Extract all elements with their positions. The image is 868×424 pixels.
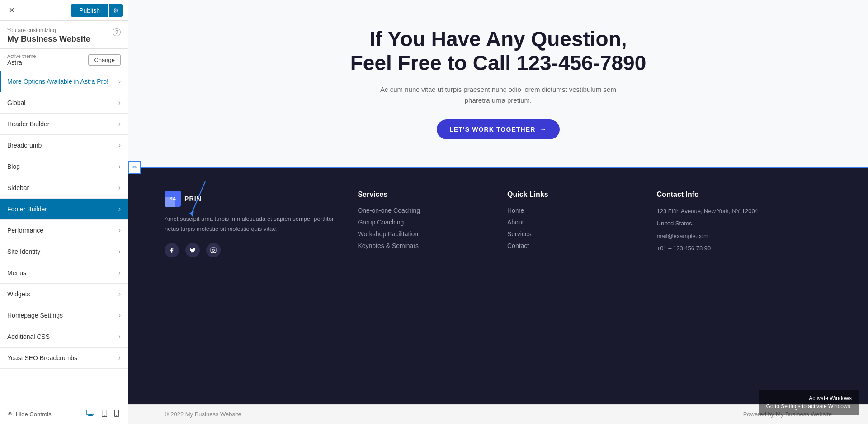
nav-item-yoast-seo-breadcrumbs[interactable]: Yoast SEO Breadcrumbs› xyxy=(0,348,128,369)
top-bar: × Publish ⚙ xyxy=(0,0,128,21)
nav-item-global[interactable]: Global› xyxy=(0,92,128,114)
svg-point-6 xyxy=(116,415,117,416)
nav-item-breadcrumb[interactable]: Breadcrumb› xyxy=(0,135,128,156)
footer-link-about[interactable]: About xyxy=(507,219,639,226)
footer-edit-indicator[interactable]: ✏ xyxy=(128,161,141,174)
eye-icon: 👁 xyxy=(7,411,13,418)
nav-item-menus[interactable]: Menus› xyxy=(0,262,128,284)
nav-label: Global xyxy=(7,99,118,106)
chevron-right-icon: › xyxy=(118,311,121,319)
bottom-controls: 👁 Hide Controls xyxy=(0,404,128,424)
chevron-right-icon: › xyxy=(118,248,121,256)
chevron-right-icon: › xyxy=(118,120,121,128)
tablet-device-button[interactable] xyxy=(100,409,109,419)
hide-controls-button[interactable]: 👁 Hide Controls xyxy=(7,411,52,418)
nav-item-performance[interactable]: Performance› xyxy=(0,220,128,241)
chevron-right-icon: › xyxy=(118,77,121,86)
hide-controls-label: Hide Controls xyxy=(16,411,52,418)
nav-label: Homepage Settings xyxy=(7,312,118,319)
close-button[interactable]: × xyxy=(5,4,18,17)
chevron-right-icon: › xyxy=(118,333,121,341)
facebook-icon[interactable] xyxy=(165,243,179,257)
footer-link-keynotes[interactable]: Keynotes & Seminars xyxy=(358,242,489,249)
customizing-prefix: You are customizing xyxy=(7,27,90,33)
footer-grid: SA PRIN Amet suscipit urna turpis in mal… xyxy=(165,191,832,257)
svg-rect-2 xyxy=(88,415,93,416)
theme-info: Active theme Astra xyxy=(7,53,36,66)
change-theme-button[interactable]: Change xyxy=(88,54,121,66)
nav-item-header-builder[interactable]: Header Builder› xyxy=(0,114,128,135)
cta-section: If You Have Any Question,Feel Free to Ca… xyxy=(128,0,868,167)
customizing-info: You are customizing My Business Website … xyxy=(0,21,128,49)
footer-contact-title: Contact Info xyxy=(657,191,832,199)
preview-area: If You Have Any Question,Feel Free to Ca… xyxy=(128,0,868,424)
footer-address-line2: United States. xyxy=(657,219,832,228)
svg-line-7 xyxy=(192,181,205,213)
cta-subtitle: Ac cum nunc vitae ut turpis praesent nun… xyxy=(372,84,625,106)
nav-list: More Options Available in Astra Pro!›Glo… xyxy=(0,71,128,369)
device-buttons xyxy=(85,409,121,419)
nav-item-footer-builder[interactable]: Footer Builder› xyxy=(0,199,128,220)
publish-settings-button[interactable]: ⚙ xyxy=(109,4,123,17)
footer-phone: +01 – 123 456 78 90 xyxy=(657,244,832,253)
customizer-panel: × Publish ⚙ You are customizing My Busin… xyxy=(0,0,128,424)
publish-button[interactable]: Publish xyxy=(71,4,108,17)
nav-label: Additional CSS xyxy=(7,333,118,340)
svg-rect-0 xyxy=(86,410,94,414)
arrow-indicator xyxy=(187,181,214,219)
nav-item-more-options-available-in-astra-pro-[interactable]: More Options Available in Astra Pro!› xyxy=(0,71,128,92)
footer-contact-column: Contact Info 123 Fifth Avenue, New York,… xyxy=(657,191,832,257)
help-icon[interactable]: ? xyxy=(113,28,121,36)
nav-label: Performance xyxy=(7,227,118,234)
mobile-device-button[interactable] xyxy=(113,409,121,419)
nav-label: Footer Builder xyxy=(7,205,118,213)
chevron-right-icon: › xyxy=(118,226,121,234)
chevron-right-icon: › xyxy=(118,290,121,298)
nav-label: Breadcrumb xyxy=(7,142,118,149)
footer-copyright: © 2022 My Business Website xyxy=(165,411,241,418)
cta-button-label: LET'S WORK TOGETHER xyxy=(449,126,535,133)
desktop-device-button[interactable] xyxy=(85,409,96,419)
chevron-right-icon: › xyxy=(118,269,121,277)
footer-services-column: Services One-on-one Coaching Group Coach… xyxy=(358,191,489,257)
footer-link-contact[interactable]: Contact xyxy=(507,242,639,249)
chevron-right-icon: › xyxy=(118,184,121,192)
svg-point-4 xyxy=(104,415,105,416)
nav-item-site-identity[interactable]: Site Identity› xyxy=(0,241,128,262)
nav-item-additional-css[interactable]: Additional CSS› xyxy=(0,326,128,348)
footer-quicklinks-title: Quick Links xyxy=(507,191,639,199)
instagram-icon[interactable] xyxy=(206,243,221,257)
cta-button[interactable]: LET'S WORK TOGETHER → xyxy=(437,119,559,139)
footer-email: mail@example.com xyxy=(657,232,832,241)
footer-link-services[interactable]: Services xyxy=(507,230,639,238)
chevron-right-icon: › xyxy=(118,141,121,149)
twitter-icon[interactable] xyxy=(185,243,200,257)
theme-row: Active theme Astra Change xyxy=(0,49,128,71)
footer-link-one-on-one[interactable]: One-on-one Coaching xyxy=(358,207,489,214)
footer-logo-area: SA PRIN xyxy=(165,191,202,214)
windows-activate-line1: Activate Windows xyxy=(766,394,852,402)
nav-item-widgets[interactable]: Widgets› xyxy=(0,284,128,305)
nav-label: Header Builder xyxy=(7,120,118,128)
footer-link-workshop[interactable]: Workshop Facilitation xyxy=(358,230,489,238)
footer-section: ✏ SA xyxy=(128,167,868,404)
svg-rect-1 xyxy=(89,414,92,415)
nav-item-homepage-settings[interactable]: Homepage Settings› xyxy=(0,305,128,326)
nav-label: More Options Available in Astra Pro! xyxy=(7,78,118,85)
nav-item-sidebar[interactable]: Sidebar› xyxy=(0,177,128,199)
footer-bottom-bar: © 2022 My Business Website Powered by My… xyxy=(128,404,868,424)
cta-button-arrow: → xyxy=(540,126,547,133)
chevron-right-icon: › xyxy=(118,205,121,213)
chevron-right-icon: › xyxy=(118,162,121,171)
chevron-right-icon: › xyxy=(118,99,121,107)
nav-label: Sidebar xyxy=(7,184,118,191)
windows-activation-overlay: Activate Windows Go to Settings to activ… xyxy=(759,390,859,415)
nav-item-blog[interactable]: Blog› xyxy=(0,156,128,177)
theme-label: Active theme xyxy=(7,53,36,59)
footer-link-group-coaching[interactable]: Group Coaching xyxy=(358,219,489,226)
footer-link-home[interactable]: Home xyxy=(507,207,639,214)
social-icons xyxy=(165,243,340,257)
nav-label: Yoast SEO Breadcrumbs xyxy=(7,354,118,362)
site-name: My Business Website xyxy=(7,34,90,44)
svg-rect-9 xyxy=(211,248,216,253)
